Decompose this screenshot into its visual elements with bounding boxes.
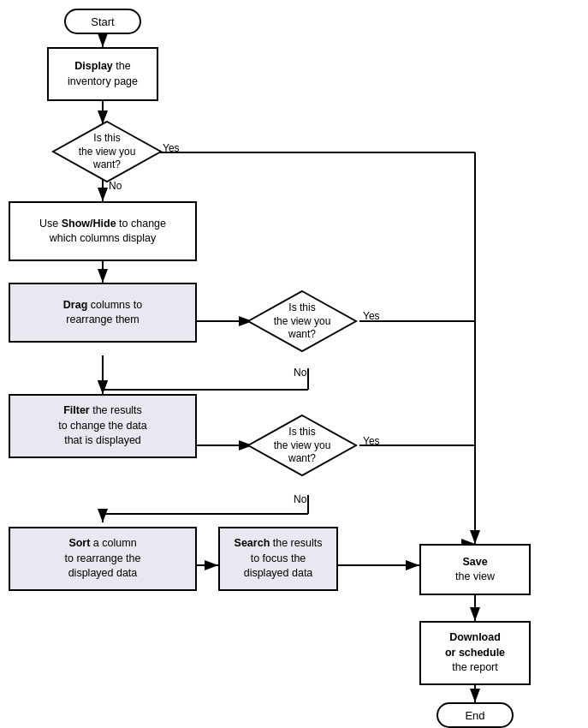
download-node: Downloador schedulethe report <box>419 621 531 685</box>
start-node: Start <box>64 9 141 34</box>
start-label: Start <box>91 15 114 28</box>
flowchart-diagram: Yes No Yes No Yes No Start Display thein… <box>0 0 588 728</box>
diamond3-yes-label: Yes <box>363 435 380 447</box>
arrows-svg <box>0 0 588 728</box>
diamond3-node: Is thisthe view youwant? <box>246 414 358 478</box>
diamond1-text: Is thisthe view youwant? <box>79 132 136 172</box>
search-text: Search the resultsto focus thedisplayed … <box>235 536 323 582</box>
drag-node: Drag columns torearrange them <box>9 283 197 343</box>
showhide-text: Use Show/Hide to changewhich columns dis… <box>39 217 166 247</box>
download-text: Downloador schedulethe report <box>445 630 505 676</box>
drag-text: Drag columns torearrange them <box>63 298 142 328</box>
filter-node: Filter the resultsto change the datathat… <box>9 394 197 458</box>
diamond1-node: Is thisthe view youwant? <box>51 120 163 184</box>
filter-text: Filter the resultsto change the datathat… <box>58 403 147 449</box>
diamond2-yes-label: Yes <box>363 310 380 322</box>
end-label: End <box>465 709 484 722</box>
diamond2-text: Is thisthe view youwant? <box>274 301 331 342</box>
sort-text: Sort a columnto rearrange thedisplayed d… <box>65 536 141 582</box>
save-node: Savethe view <box>419 544 531 595</box>
showhide-node: Use Show/Hide to changewhich columns dis… <box>9 201 197 261</box>
end-node: End <box>437 702 514 728</box>
search-node: Search the resultsto focus thedisplayed … <box>218 527 338 591</box>
diamond2-no-label: No <box>294 367 306 379</box>
diamond1-yes-label: Yes <box>163 142 180 154</box>
display-text: Display theinventory page <box>68 59 138 89</box>
save-text: Savethe view <box>455 555 495 585</box>
display-node: Display theinventory page <box>47 47 158 101</box>
diamond3-text: Is thisthe view youwant? <box>274 426 331 466</box>
diamond3-no-label: No <box>294 493 306 505</box>
diamond2-node: Is thisthe view youwant? <box>246 289 358 354</box>
sort-node: Sort a columnto rearrange thedisplayed d… <box>9 527 197 591</box>
